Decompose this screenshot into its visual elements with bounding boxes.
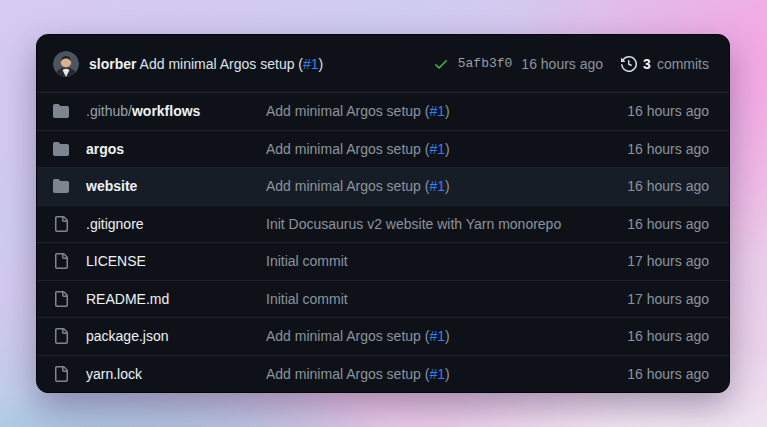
commit-time: 16 hours ago (521, 56, 603, 72)
row-time: 16 hours ago (627, 141, 709, 157)
check-icon[interactable] (433, 56, 449, 72)
file-name[interactable]: website (86, 178, 137, 194)
file-name[interactable]: LICENSE (86, 253, 146, 269)
commits-count: 3 (643, 56, 651, 72)
file-row-yarn-lock[interactable]: yarn.lock Add minimal Argos setup (#1) 1… (37, 355, 729, 393)
row-commit-message[interactable]: Init Docusaurus v2 website with Yarn mon… (266, 216, 561, 232)
file-icon (53, 216, 69, 232)
row-commit-message[interactable]: Add minimal Argos setup ( (266, 366, 429, 382)
pr-link[interactable]: #1 (429, 178, 445, 194)
file-icon (53, 328, 69, 344)
commit-message[interactable]: Add minimal Argos setup ( (140, 56, 303, 72)
commit-meta: 5afb3f0 16 hours ago 3 commits (433, 56, 709, 72)
file-list: .github/workflows Add minimal Argos setu… (37, 93, 729, 392)
history-icon (621, 56, 637, 72)
row-commit-message-close: ) (445, 103, 450, 119)
row-commit-message-close: ) (445, 178, 450, 194)
row-time: 16 hours ago (627, 366, 709, 382)
commit-message-close: ) (319, 56, 324, 72)
path-prefix[interactable]: .github/ (86, 103, 132, 119)
file-name[interactable]: .gitignore (86, 216, 144, 232)
latest-commit-bar: slorber Add minimal Argos setup (#1) 5af… (37, 35, 729, 93)
file-row-gitignore[interactable]: .gitignore Init Docusaurus v2 website wi… (37, 205, 729, 243)
row-commit-message[interactable]: Initial commit (266, 253, 348, 269)
row-time: 17 hours ago (627, 291, 709, 307)
row-commit-message[interactable]: Add minimal Argos setup ( (266, 103, 429, 119)
file-name[interactable]: README.md (86, 291, 169, 307)
pr-link[interactable]: #1 (429, 328, 445, 344)
row-time: 17 hours ago (627, 253, 709, 269)
row-commit-message-close: ) (445, 366, 450, 382)
folder-icon (53, 103, 69, 119)
pr-link[interactable]: #1 (429, 366, 445, 382)
pr-link[interactable]: #1 (429, 141, 445, 157)
commit-history-link[interactable]: 3 commits (621, 56, 709, 72)
commits-label: commits (657, 56, 709, 72)
row-time: 16 hours ago (627, 216, 709, 232)
file-name[interactable]: workflows (132, 103, 200, 119)
file-name[interactable]: argos (86, 141, 124, 157)
author-avatar[interactable] (53, 51, 79, 77)
latest-commit-title: slorber Add minimal Argos setup (#1) (89, 56, 323, 72)
row-time: 16 hours ago (627, 178, 709, 194)
row-commit-message-close: ) (445, 328, 450, 344)
row-commit-message[interactable]: Add minimal Argos setup ( (266, 141, 429, 157)
gradient-background: slorber Add minimal Argos setup (#1) 5af… (0, 0, 767, 427)
row-commit-message[interactable]: Initial commit (266, 291, 348, 307)
file-icon (53, 366, 69, 382)
commit-hash[interactable]: 5afb3f0 (458, 56, 513, 71)
file-name[interactable]: package.json (86, 328, 169, 344)
repo-file-browser: slorber Add minimal Argos setup (#1) 5af… (36, 34, 730, 393)
file-row-github-workflows[interactable]: .github/workflows Add minimal Argos setu… (37, 93, 729, 130)
file-icon (53, 253, 69, 269)
file-icon (53, 291, 69, 307)
file-row-website[interactable]: website Add minimal Argos setup (#1) 16 … (37, 167, 729, 205)
folder-icon (53, 178, 69, 194)
file-row-package-json[interactable]: package.json Add minimal Argos setup (#1… (37, 317, 729, 355)
row-commit-message-close: ) (445, 141, 450, 157)
pr-link[interactable]: #1 (303, 56, 319, 72)
folder-icon (53, 141, 69, 157)
commit-author[interactable]: slorber (89, 56, 136, 72)
pr-link[interactable]: #1 (429, 103, 445, 119)
file-row-argos[interactable]: argos Add minimal Argos setup (#1) 16 ho… (37, 130, 729, 168)
row-time: 16 hours ago (627, 328, 709, 344)
file-name[interactable]: yarn.lock (86, 366, 142, 382)
row-commit-message[interactable]: Add minimal Argos setup ( (266, 328, 429, 344)
row-commit-message[interactable]: Add minimal Argos setup ( (266, 178, 429, 194)
file-row-license[interactable]: LICENSE Initial commit 17 hours ago (37, 242, 729, 280)
file-row-readme[interactable]: README.md Initial commit 17 hours ago (37, 280, 729, 318)
row-time: 16 hours ago (627, 103, 709, 119)
